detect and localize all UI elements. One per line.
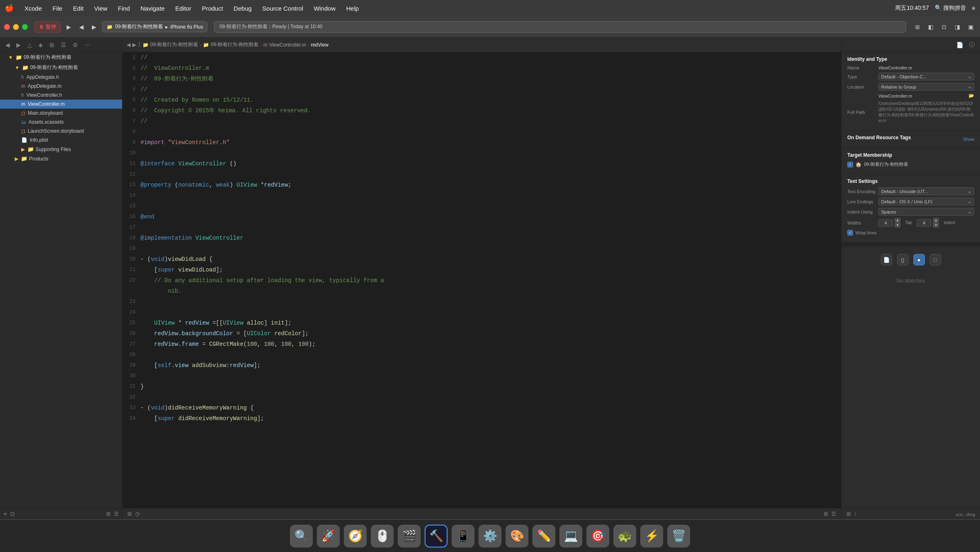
menu-help[interactable]: Help [345,4,361,13]
sidebar-more[interactable]: ⋯ [82,40,92,49]
tab-step-up[interactable]: ▲ [895,218,900,223]
rb-icon-circle[interactable]: ● [913,254,925,265]
minimize-button[interactable] [13,24,19,30]
layout-btn-1[interactable]: ⊞ [913,22,922,32]
editor-bottom-icon-3[interactable]: ⊞ [824,511,828,517]
nav-back[interactable]: ◀ [77,22,86,32]
right-tool-info[interactable]: ⓘ [968,40,976,50]
dock-item-turtle[interactable]: 🐢 [613,525,636,548]
menu-find[interactable]: Find [116,4,131,13]
right-bottom-icon-1[interactable]: ⊞ [846,511,851,517]
location-dropdown[interactable]: Relative to Group ⌄ [878,83,974,91]
sidebar-item-products[interactable]: ▶ 📁 Products [0,154,122,163]
dock-item-target[interactable]: 🎯 [586,525,609,548]
indent-step-up[interactable]: ▲ [933,218,939,223]
breadcrumb-item-1[interactable]: 📁 09-附着行为-刚性附着 [143,41,198,48]
menu-xcode[interactable]: Xcode [23,4,44,13]
sidebar-item-appdelegate-m[interactable]: m AppDelegate.m [0,82,122,91]
menu-window[interactable]: Window [312,4,337,13]
layout-btn-2[interactable]: ◧ [926,22,936,32]
indent-width-input[interactable] [917,219,931,227]
rb-icon-square[interactable]: □ [930,254,941,265]
dock-item-finder[interactable]: 🔍 [290,525,313,548]
dock-item-mouse[interactable]: 🖱️ [371,525,394,548]
run-button[interactable]: ▶ [64,22,74,32]
sidebar-item-root-group[interactable]: ▼ 📁 09-附着行为-刚性附着 [0,52,122,62]
sidebar-nav-prev[interactable]: ◀ [3,40,12,49]
maximize-button[interactable] [22,24,28,30]
sidebar-item-supporting[interactable]: ▶ 📁 Supporting Files [0,145,122,154]
dock-item-pencil[interactable]: ✏️ [532,525,555,548]
menu-source-control[interactable]: Source Control [261,4,305,13]
wrap-checkbox[interactable]: ✓ [847,230,853,236]
dock-item-sketch[interactable]: 🎨 [506,525,528,548]
rb-icon-braces[interactable]: {} [897,254,909,265]
target-checkbox[interactable]: ✓ [847,162,853,167]
close-button[interactable] [4,24,10,30]
dock-item-xcode[interactable]: 🔨 [425,525,448,548]
indent-dropdown[interactable]: Spaces ⌄ [878,208,974,216]
menu-editor[interactable]: Editor [174,4,193,13]
dock-item-trash[interactable]: 🗑️ [667,525,690,548]
menu-file[interactable]: File [51,4,64,13]
sidebar-view-toggle-2[interactable]: ☰ [114,511,119,517]
sidebar-item-viewcontroller-h[interactable]: h ViewController.h [0,91,122,100]
sidebar-settings[interactable]: ⚙ [71,40,80,49]
dock-item-launch[interactable]: 🚀 [317,525,340,548]
tab-step-down[interactable]: ▼ [895,223,900,227]
right-tool-file[interactable]: 📄 [955,40,964,49]
sidebar-up[interactable]: △ [25,40,34,49]
sidebar-item-main-storyboard[interactable]: ◻ Main.storyboard [0,109,122,118]
menu-product[interactable]: Product [200,4,225,13]
sidebar-item-assets[interactable]: 🗂 Assets.xcassets [0,118,122,127]
stop-button[interactable]: ⏸ 暂停 [34,21,61,33]
type-dropdown[interactable]: Default - Objective-C... ⌄ [878,73,974,80]
dock-item-safari[interactable]: 🧭 [344,525,367,548]
menu-search[interactable]: 🔍 搜狗拼音 [935,4,966,12]
breadcrumb-item-3[interactable]: m ViewController.m [263,42,306,48]
menu-navigate[interactable]: Navigate [139,4,166,13]
sidebar-item-viewcontroller-m[interactable]: m ViewController.m [0,100,122,109]
dock-item-settings[interactable]: ⚙️ [479,525,501,548]
code-editor[interactable]: 1 // 2 // ViewController.m 3 // 09-附着行为-… [122,52,841,528]
dock-item-terminal[interactable]: 💻 [559,525,582,548]
editor-bottom-icon-2[interactable]: ◷ [135,511,140,517]
sidebar-filter-btn[interactable]: ⊡ [10,511,15,517]
encoding-dropdown[interactable]: Default - Unicode (UT... ⌄ [878,187,974,195]
rb-icon-file[interactable]: 📄 [881,254,892,265]
sidebar-item-infoplist[interactable]: 📄 Info.plist [0,136,122,145]
menu-debug[interactable]: Debug [232,4,253,13]
sidebar-view-toggle-1[interactable]: ⊞ [106,511,111,517]
breadcrumb-nav-prev[interactable]: ◀ [127,42,131,48]
sidebar-item-launchscreen[interactable]: ◻ LaunchScreen.storyboard [0,127,122,136]
breadcrumb-item-2[interactable]: 📁 09-附着行为-刚性附着 [203,41,258,48]
sidebar-item-appdelegate-h[interactable]: h AppDelegate.h [0,73,122,82]
sidebar-item-sub-group[interactable]: ▼ 📁 09-附着行为-刚性附着 [0,62,122,73]
breadcrumb-item-4[interactable]: redView [311,42,328,48]
layout-btn-5[interactable]: ▣ [966,22,976,32]
indent-step-down[interactable]: ▼ [933,223,939,227]
layout-btn-4[interactable]: ◨ [952,22,962,32]
location-browse-btn[interactable]: 📂 [969,93,974,98]
editor-bottom-icon-1[interactable]: ⊞ [127,511,132,517]
menu-list-icon[interactable]: ≡ [972,5,975,11]
layout-btn-3[interactable]: ⊡ [939,22,949,32]
sidebar-filter[interactable]: ◈ [36,40,45,49]
right-bottom-icon-2[interactable]: ↕ [854,511,857,517]
editor-bottom-icon-4[interactable]: ☰ [831,511,836,517]
nav-forward[interactable]: ▶ [89,22,99,32]
tab-width-input[interactable] [878,219,893,227]
dock-item-movie[interactable]: 🎬 [398,525,421,548]
breadcrumb-nav-up[interactable]: ⤴ [138,42,141,48]
apple-menu[interactable]: 🍎 [5,4,14,13]
sidebar-nav-next[interactable]: ▶ [14,40,23,49]
menu-edit[interactable]: Edit [71,4,85,13]
breadcrumb-nav-next[interactable]: ▶ [132,42,136,48]
dock-item-lightning[interactable]: ⚡ [640,525,663,548]
sidebar-recent[interactable]: ⊞ [47,40,56,49]
line-endings-dropdown[interactable]: Default - OS X / Unix (LF) ⌄ [878,198,974,205]
sidebar-hierarchy[interactable]: ☰ [59,40,68,49]
dock-item-phone[interactable]: 📱 [452,525,474,548]
sidebar-add-btn[interactable]: + [3,510,7,518]
menu-view[interactable]: View [93,4,109,13]
